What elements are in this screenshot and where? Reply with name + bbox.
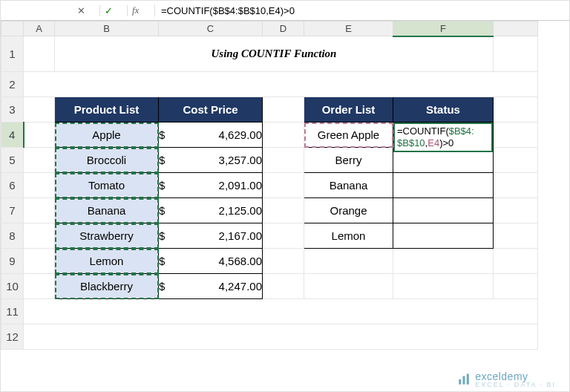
row-hdr-7[interactable]: 7	[1, 198, 24, 223]
hdr-order: Order List	[304, 97, 393, 122]
row-hdr-3[interactable]: 3	[1, 97, 24, 122]
row-hdr-4[interactable]: 4	[1, 122, 24, 148]
row-hdr-5[interactable]: 5	[1, 148, 24, 173]
hdr-status: Status	[393, 97, 494, 122]
cell-editor[interactable]: =COUNTIF($B$4: $B$10,E4)>0	[393, 122, 493, 152]
price-cell[interactable]: $2,091.00	[159, 173, 263, 198]
status-cell[interactable]	[393, 173, 494, 198]
page-title: Using COUNTIF Function	[55, 36, 494, 72]
product-cell[interactable]: Broccoli	[55, 148, 159, 173]
price-cell[interactable]: $2,125.00	[159, 198, 263, 223]
bar-chart-icon	[457, 373, 471, 386]
price-cell[interactable]: $4,629.00	[159, 122, 263, 148]
product-cell[interactable]: Strawberry	[55, 223, 159, 249]
row-hdr-12[interactable]: 12	[1, 324, 24, 350]
price-cell[interactable]: $4,568.00	[159, 249, 263, 274]
order-cell[interactable]: Banana	[304, 173, 393, 198]
price-cell[interactable]: $4,247.00	[159, 274, 263, 299]
status-cell-editing[interactable]: =COUNTIF($B$4: $B$10,E4)>0	[393, 122, 494, 148]
col-hdr-F[interactable]: F	[393, 22, 494, 36]
cancel-icon[interactable]: ✕	[73, 5, 100, 16]
formula-bar: ✕ ✓ fx =COUNTIF($B$4:$B$10,E4)>0	[1, 1, 569, 21]
row-hdr-2[interactable]: 2	[1, 72, 24, 97]
corner-cell[interactable]	[1, 22, 24, 36]
price-cell[interactable]: $2,167.00	[159, 223, 263, 249]
col-hdr-C[interactable]: C	[159, 22, 263, 36]
row-hdr-8[interactable]: 8	[1, 223, 24, 249]
product-cell[interactable]: Blackberry	[55, 274, 159, 299]
product-cell[interactable]: Apple	[55, 122, 159, 148]
row-hdr-6[interactable]: 6	[1, 173, 24, 198]
currency-symbol: $	[159, 128, 165, 141]
price-value: 4,629.00	[219, 128, 262, 141]
status-cell[interactable]	[393, 198, 494, 223]
col-hdr-D[interactable]: D	[263, 22, 304, 36]
price-cell[interactable]: $3,257.00	[159, 148, 263, 173]
row-hdr-10[interactable]: 10	[1, 274, 24, 299]
svg-rect-2	[467, 374, 469, 385]
col-hdr-A[interactable]: A	[24, 22, 55, 36]
order-cell[interactable]: Green Apple	[304, 122, 393, 148]
order-cell[interactable]: Berry	[304, 148, 393, 173]
spreadsheet-grid[interactable]: A B C D E F 1 Using COUNTIF Function 2 3…	[1, 21, 538, 350]
row-hdr-11[interactable]: 11	[1, 299, 24, 324]
formula-input[interactable]: =COUNTIF($B$4:$B$10,E4)>0	[155, 5, 569, 16]
hdr-price: Cost Price	[159, 97, 263, 122]
product-cell[interactable]: Banana	[55, 198, 159, 223]
order-cell[interactable]: Lemon	[304, 223, 393, 249]
product-cell[interactable]: Lemon	[55, 249, 159, 274]
row-hdr-9[interactable]: 9	[1, 249, 24, 274]
svg-rect-1	[463, 376, 465, 385]
confirm-icon[interactable]: ✓	[100, 5, 128, 16]
product-cell[interactable]: Tomato	[55, 173, 159, 198]
col-hdr-E[interactable]: E	[304, 22, 393, 36]
svg-rect-0	[459, 379, 461, 385]
col-hdr-B[interactable]: B	[55, 22, 159, 36]
fx-icon[interactable]: fx	[128, 4, 155, 16]
hdr-product: Product List	[55, 97, 159, 122]
status-cell[interactable]	[393, 223, 494, 249]
watermark-sub: EXCEL · DATA · BI	[475, 381, 556, 388]
order-cell[interactable]: Orange	[304, 198, 393, 223]
watermark: exceldemy EXCEL · DATA · BI	[457, 370, 556, 388]
row-hdr-1[interactable]: 1	[1, 36, 24, 72]
col-hdr-extra[interactable]	[494, 22, 538, 36]
